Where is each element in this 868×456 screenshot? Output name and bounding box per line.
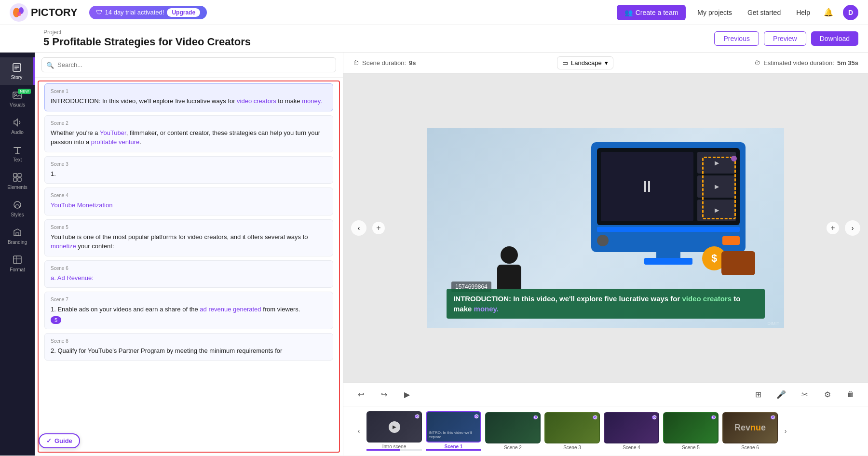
timeline-thumb-scene3[interactable]: ⚙ Scene 3 xyxy=(544,412,600,450)
previous-button[interactable]: Previous xyxy=(714,31,759,46)
sidebar-item-styles[interactable]: Styles xyxy=(0,195,35,222)
guide-check-icon: ✓ xyxy=(46,437,52,444)
add-scene-left-button[interactable]: + xyxy=(372,222,385,234)
project-header: Project 5 Profitable Strategies for Vide… xyxy=(0,25,868,53)
format-label: Format xyxy=(10,267,25,272)
thumb-s2-settings: ⚙ xyxy=(533,414,539,421)
scene-card-1[interactable]: Scene 1 INTRODUCTION: In this video, we'… xyxy=(44,83,333,111)
svg-point-3 xyxy=(17,12,21,16)
thumb-s1-inner: INTRO: In this video we'll explore... ⚙ xyxy=(426,411,481,443)
scene-text-5: YouTube is one of the most popular platf… xyxy=(51,232,327,251)
thumb-s6-inner: Revnue ⚙ xyxy=(722,412,778,443)
sidebar-item-elements[interactable]: Elements xyxy=(0,167,35,195)
subtitle-text: INTRODUCTION: In this video, we'll explo… xyxy=(453,294,758,314)
trial-shield-icon: 🛡 xyxy=(96,9,102,16)
subtitle-highlight-1: video creators xyxy=(682,295,732,303)
thumb-s5-label: Scene 5 xyxy=(663,445,719,450)
timeline-prev-button[interactable]: ‹ xyxy=(353,425,365,437)
scene-card-7[interactable]: Scene 7 1. Enable ads on your videos and… xyxy=(44,292,333,329)
scene-card-4[interactable]: Scene 4 YouTube Monetization xyxy=(44,188,333,215)
preview-area: ⏱ Scene duration: 9s ▭ Landscape ▾ ⏱ Est… xyxy=(343,53,868,456)
orientation-selector[interactable]: ▭ Landscape ▾ xyxy=(557,56,613,69)
logo-text: PICTORY xyxy=(31,6,78,19)
scene-label-6: Scene 6 xyxy=(51,266,327,271)
timeline-thumb-scene4[interactable]: ⚙ Scene 4 xyxy=(604,412,659,450)
logo-icon xyxy=(10,3,28,22)
play-button[interactable]: ▶ xyxy=(399,387,415,402)
guide-button[interactable]: ✓ Guide xyxy=(39,433,80,448)
upgrade-button[interactable]: Upgrade xyxy=(167,8,200,17)
orientation-label: Landscape xyxy=(571,59,602,67)
next-scene-button[interactable]: › xyxy=(845,220,860,236)
sidebar-item-visuals[interactable]: Visuals NEW xyxy=(0,85,35,112)
notifications-icon[interactable]: 🔔 xyxy=(822,6,835,19)
scene-link-money: money. xyxy=(302,97,322,105)
thumb-s5-settings: ⚙ xyxy=(711,414,717,421)
selection-dot xyxy=(731,156,737,161)
scene-card-6[interactable]: Scene 6 a. Ad Revenue: xyxy=(44,260,333,288)
redo-button[interactable]: ↪ xyxy=(376,387,392,402)
text-icon xyxy=(12,145,23,155)
team-icon: 👥 xyxy=(624,9,633,16)
scene-badge-7: 5 xyxy=(51,316,61,324)
layout-icon[interactable]: ⊞ xyxy=(750,387,766,402)
estimated-label: Estimated video duration: xyxy=(763,59,834,67)
elements-icon xyxy=(12,172,23,183)
preview-toolbar: ⏱ Scene duration: 9s ▭ Landscape ▾ ⏱ Est… xyxy=(343,53,868,74)
create-team-button[interactable]: 👥 Create a team xyxy=(617,5,686,20)
scene-card-5[interactable]: Scene 5 YouTube is one of the most popul… xyxy=(44,219,333,256)
search-input[interactable] xyxy=(41,57,336,72)
scene-label-8: Scene 8 xyxy=(51,338,327,344)
timeline-thumb-intro[interactable]: ▶ ⚙ Intro scene xyxy=(366,411,422,451)
scene-card-2[interactable]: Scene 2 Whether you're a YouTuber, filmm… xyxy=(44,115,333,152)
thumb-s4-inner: ⚙ xyxy=(604,412,659,443)
sidebar-item-format[interactable]: Format xyxy=(0,250,35,277)
thumb-s3-settings: ⚙ xyxy=(593,414,598,421)
branding-icon xyxy=(12,227,23,238)
preview-button[interactable]: Preview xyxy=(764,31,806,46)
elements-label: Elements xyxy=(7,185,27,190)
sidebar-item-visuals-wrapper: Visuals NEW xyxy=(0,85,35,112)
scissors-icon[interactable]: ✂ xyxy=(797,387,812,402)
timeline-thumb-scene2[interactable]: ⚙ Scene 2 xyxy=(485,412,541,450)
subtitle-before: INTRODUCTION: In this video, we'll explo… xyxy=(453,295,682,303)
download-button[interactable]: Download xyxy=(811,31,858,46)
sidebar-item-text[interactable]: Text xyxy=(0,140,35,167)
scene-text-6: a. Ad Revenue: xyxy=(51,273,327,283)
sidebar-item-audio[interactable]: Audio xyxy=(0,112,35,140)
thumb-s5-inner: ⚙ xyxy=(663,412,719,443)
scene-card-3[interactable]: Scene 3 1. xyxy=(44,156,333,184)
text-label: Text xyxy=(13,157,22,162)
logo[interactable]: PICTORY xyxy=(10,3,78,22)
clock-icon: ⏱ xyxy=(353,59,359,67)
thumb-s3-label: Scene 3 xyxy=(544,445,600,450)
help-link[interactable]: Help xyxy=(792,9,814,16)
timeline-thumb-scene6[interactable]: Revnue ⚙ Scene 6 xyxy=(722,412,778,450)
branding-label: Branding xyxy=(8,240,27,245)
scene-card-8[interactable]: Scene 8 2. Qualify for YouTube's Partner… xyxy=(44,333,333,361)
orientation-icon: ▭ xyxy=(562,59,568,67)
timeline-thumb-scene1[interactable]: INTRO: In this video we'll explore... ⚙ … xyxy=(426,411,481,451)
get-started-link[interactable]: Get started xyxy=(744,9,785,16)
delete-icon[interactable]: 🗑 xyxy=(843,387,858,402)
scene-label-5: Scene 5 xyxy=(51,225,327,230)
my-projects-link[interactable]: My projects xyxy=(693,9,736,16)
timeline-thumb-scene5[interactable]: ⚙ Scene 5 xyxy=(663,412,719,450)
scenes-list: Scene 1 INTRODUCTION: In this video, we'… xyxy=(38,80,340,453)
undo-button[interactable]: ↩ xyxy=(353,387,368,402)
character-figure xyxy=(495,246,524,290)
timeline-next-button[interactable]: › xyxy=(780,425,791,437)
prev-scene-button[interactable]: ‹ xyxy=(351,220,366,236)
avatar[interactable]: D xyxy=(843,5,858,20)
mic-icon[interactable]: 🎤 xyxy=(773,387,789,402)
scene-duration-value: 9s xyxy=(409,59,416,67)
scene-link-youtuber: YouTuber xyxy=(100,129,126,136)
scene-label-3: Scene 3 xyxy=(51,161,327,167)
add-scene-right-button[interactable]: + xyxy=(827,222,839,234)
sidebar-item-story[interactable]: Story xyxy=(0,57,35,85)
settings-icon[interactable]: ⚙ xyxy=(820,387,835,402)
thumb-intro-settings: ⚙ xyxy=(415,413,420,420)
thumb-intro-label: Intro scene xyxy=(366,444,422,449)
thumb-intro-play: ▶ xyxy=(389,421,400,433)
sidebar-item-branding[interactable]: Branding xyxy=(0,222,35,250)
